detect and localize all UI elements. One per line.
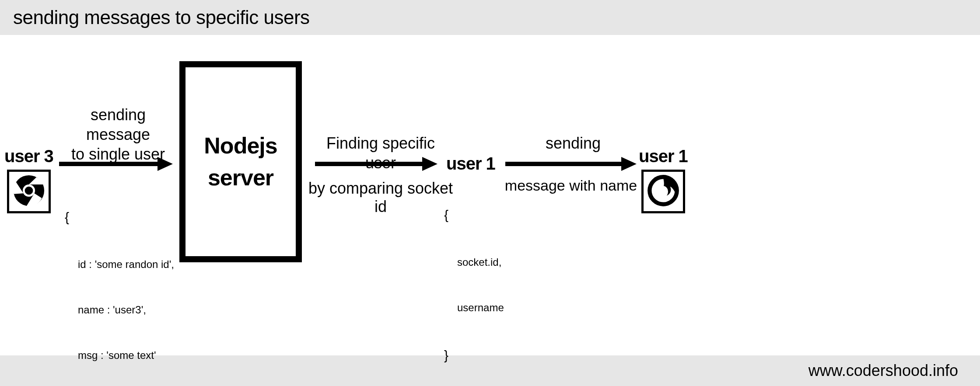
user1-right-block: user 1 <box>639 146 688 213</box>
user1-mid-label: user 1 <box>446 154 495 174</box>
diagram-canvas: user 3 sending message to single user <box>0 35 980 355</box>
svg-point-2 <box>25 187 33 195</box>
user1-right-label: user 1 <box>639 146 688 166</box>
user3-label: user 3 <box>4 146 53 166</box>
svg-marker-6 <box>422 157 438 171</box>
svg-marker-4 <box>158 157 173 171</box>
arrow2 <box>315 155 438 173</box>
footer-url: www.codershood.info <box>808 362 958 380</box>
page-title: sending messages to specific users <box>13 7 310 28</box>
server-box: Nodejs server <box>179 61 302 262</box>
payload1: { id : 'some randon id', name : 'user3',… <box>65 177 174 386</box>
user3-block: user 3 <box>4 146 53 213</box>
arrow1 <box>59 155 173 173</box>
arrow3-top-label: sending <box>512 133 634 153</box>
svg-point-10 <box>657 186 668 197</box>
server-text: Nodejs server <box>204 130 277 194</box>
header-bar: sending messages to specific users <box>0 0 980 35</box>
browser-chrome-box <box>7 170 51 213</box>
arrow3 <box>505 155 637 173</box>
firefox-icon <box>646 174 680 209</box>
arrow2-bottom-label: by comparing socket id <box>306 179 455 216</box>
chrome-icon <box>12 174 46 209</box>
arrow3-bottom-label: message with name <box>499 177 643 194</box>
browser-firefox-box <box>641 170 685 213</box>
payload2: { socket.id, username } <box>444 175 504 386</box>
svg-marker-8 <box>621 157 637 171</box>
